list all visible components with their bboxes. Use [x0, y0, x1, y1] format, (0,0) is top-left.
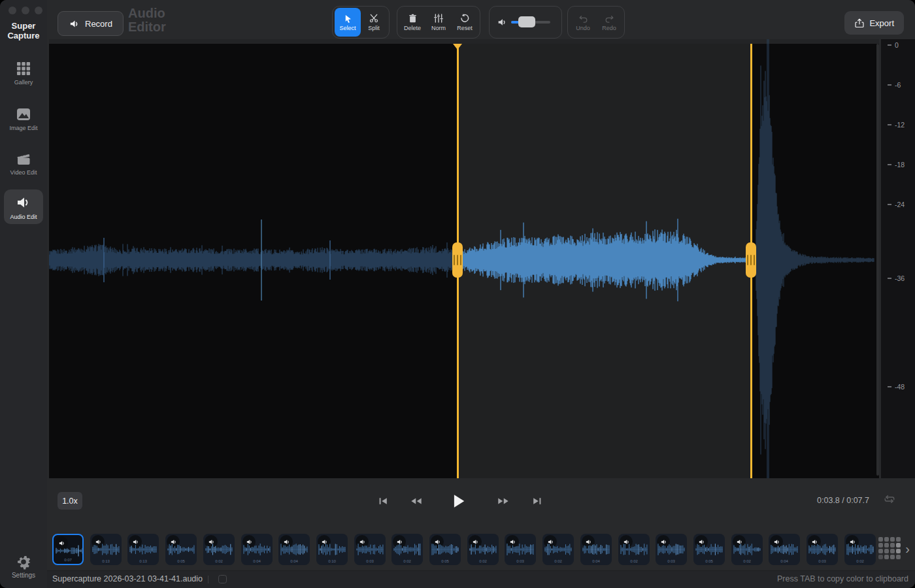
current-file-name: Supercapture 2026-03-21 03-41-41.audio: [52, 574, 203, 583]
clip-thumbnail[interactable]: 0:13: [90, 534, 122, 565]
toolbar: Record AudioEditor Select Split: [47, 0, 915, 39]
clip-duration: 0:05: [165, 559, 197, 563]
sidebar-item-audio-edit[interactable]: Audio Edit: [4, 189, 43, 224]
rewind-icon: [410, 497, 423, 506]
volume-slider[interactable]: [511, 21, 550, 24]
volume-slider-handle[interactable]: [518, 16, 535, 27]
clip-thumbnail[interactable]: 0:03: [807, 534, 838, 565]
rewind-button[interactable]: [407, 493, 426, 510]
clip-thumbnail[interactable]: 0:02: [618, 534, 650, 565]
clip-thumbnail[interactable]: 0:03: [656, 534, 687, 565]
clip-thumbnail[interactable]: 0:04: [278, 534, 310, 565]
clip-thumbnail[interactable]: 0:05: [429, 534, 461, 565]
undo-icon: [578, 14, 589, 24]
close-window-icon[interactable]: [8, 7, 16, 14]
waveform-panel[interactable]: [49, 39, 879, 478]
clip-thumbnail[interactable]: 0:04: [241, 534, 273, 565]
clip-duration: 0:04: [241, 559, 273, 563]
sidebar-item-gallery[interactable]: Gallery: [4, 56, 43, 90]
redo-button[interactable]: Redo: [596, 8, 622, 37]
sidebar-item-video-edit[interactable]: Video Edit: [4, 146, 43, 180]
clip-thumbnail[interactable]: 0:03: [354, 534, 386, 565]
loop-icon: [884, 494, 895, 504]
clip-duration: 0:03: [807, 559, 838, 563]
clip-thumbnail[interactable]: 0:03: [505, 534, 536, 565]
gear-icon: [16, 554, 31, 570]
play-button[interactable]: [449, 493, 469, 510]
grid-icon: [16, 61, 31, 76]
tool-group-edit: Delete Norm Reset: [397, 6, 480, 39]
color-swatch[interactable]: [218, 575, 227, 583]
delete-button[interactable]: Delete: [399, 8, 425, 37]
fast-forward-icon: [497, 497, 510, 506]
db-tick: -36: [888, 274, 905, 282]
zoom-window-icon[interactable]: [35, 7, 42, 14]
clip-duration: 0:02: [467, 559, 499, 563]
clip-thumbnail[interactable]: 0:02: [203, 534, 235, 565]
clip-thumbnail[interactable]: 0:05: [165, 534, 197, 565]
clip-duration: 0:02: [391, 559, 423, 563]
reset-button[interactable]: Reset: [452, 8, 478, 37]
status-divider: [208, 576, 208, 583]
clip-duration: 0:03: [656, 559, 687, 563]
db-tick: -24: [888, 201, 905, 208]
skip-start-button[interactable]: [374, 493, 393, 510]
clip-thumbnail[interactable]: 0:02: [731, 534, 763, 565]
clip-thumbnail-selected[interactable]: 0:07: [52, 534, 84, 565]
selection-start-handle[interactable]: [452, 242, 463, 278]
tool-group-history: Undo Redo: [567, 6, 625, 39]
db-tick: -48: [888, 383, 905, 391]
clip-strip: 0:07 0:13 0:13: [49, 526, 879, 572]
playback-speed-button[interactable]: 1.0x: [58, 492, 82, 510]
tool-group-volume: [489, 6, 562, 39]
minimize-window-icon[interactable]: [22, 7, 29, 14]
sliders-icon: [433, 13, 444, 24]
normalize-button[interactable]: Norm: [425, 8, 452, 37]
chevron-right-icon[interactable]: ›: [905, 542, 910, 555]
clip-thumbnail[interactable]: 0:05: [693, 534, 725, 565]
clip-thumbnail[interactable]: 0:02: [542, 534, 574, 565]
fast-forward-button[interactable]: [493, 493, 513, 510]
app-window: SuperCapture Gallery Image Edit: [0, 0, 915, 588]
speaker-icon: [15, 194, 32, 211]
skip-start-icon: [378, 497, 389, 506]
skip-end-icon: [531, 497, 542, 506]
trash-icon: [408, 13, 418, 24]
sidebar-item-settings[interactable]: Settings: [4, 554, 43, 579]
export-button[interactable]: Export: [844, 11, 904, 35]
volume-icon: [497, 17, 507, 27]
clip-thumbnail[interactable]: 0:04: [769, 534, 800, 565]
clip-thumbnail[interactable]: 0:02: [844, 534, 876, 565]
clip-thumbnail[interactable]: 0:04: [580, 534, 612, 565]
playhead-marker[interactable]: [453, 44, 462, 50]
db-tick: -6: [888, 81, 901, 89]
window-controls[interactable]: [8, 7, 42, 14]
skip-end-button[interactable]: [527, 493, 546, 510]
panel-scrollbar[interactable]: [876, 44, 879, 476]
record-button[interactable]: Record: [58, 11, 124, 36]
selection-end-handle[interactable]: [746, 242, 756, 278]
clip-duration: 0:02: [203, 559, 235, 563]
clip-thumbnail[interactable]: 0:02: [467, 534, 499, 565]
share-icon: [854, 18, 865, 29]
clip-thumbnail[interactable]: 0:02: [391, 534, 423, 565]
clip-thumbnail[interactable]: 0:13: [127, 534, 159, 565]
time-display: 0:03.8 / 0:07.7: [817, 496, 869, 505]
select-tool-button[interactable]: Select: [335, 8, 361, 37]
split-tool-button[interactable]: Split: [361, 8, 387, 37]
sidebar-item-image-edit[interactable]: Image Edit: [4, 102, 43, 135]
loop-button[interactable]: [884, 494, 895, 507]
clip-duration: 0:04: [278, 559, 310, 563]
app-brand: SuperCapture: [0, 21, 47, 41]
clip-duration: 0:10: [316, 559, 348, 563]
show-all-clips-button[interactable]: [878, 537, 901, 559]
play-icon: [452, 494, 465, 508]
undo-button[interactable]: Undo: [570, 8, 596, 37]
clip-duration: 0:03: [354, 559, 386, 563]
clip-thumbnail[interactable]: 0:10: [316, 534, 348, 565]
db-tick: -18: [888, 161, 905, 169]
sidebar: SuperCapture Gallery Image Edit: [0, 0, 47, 588]
clapperboard-icon: [15, 151, 32, 167]
clip-duration: 0:02: [844, 559, 876, 563]
clip-duration: 0:05: [693, 559, 725, 563]
